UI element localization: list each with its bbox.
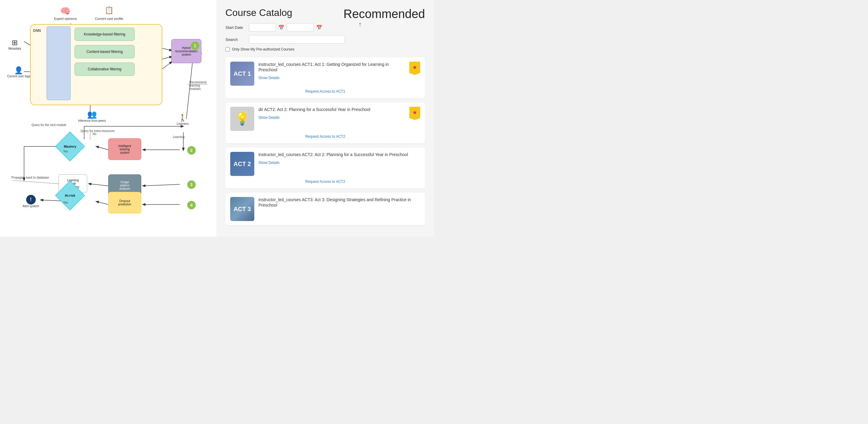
thumbnail-text-act1: ACT 1: [234, 70, 251, 77]
star-icon-dir-act2: ★: [412, 109, 417, 116]
tutoring-label: Intelligenttutoringsystem: [118, 144, 131, 154]
bookmark-act1[interactable]: ★: [409, 62, 420, 75]
svg-line-14: [96, 147, 108, 150]
course-info-dir-act2: dir ACT2: Act 2: Planning for a Successf…: [258, 107, 405, 120]
top-inputs: 🧠 Expert opinions 📋 Current user profile: [54, 6, 123, 21]
search-row: Search: [225, 35, 425, 43]
diagram-panel: 🧠 Expert opinions 📋 Current user profile…: [0, 0, 216, 237]
content-filtering-box: Content-based filtering: [74, 45, 135, 58]
course-info-act1: instructor_led_courses ACT1: Act 1: Gett…: [258, 62, 405, 80]
expert-opinions-label: Expert opinions: [54, 17, 77, 21]
tutoring-box: Intelligenttutoringsystem: [108, 138, 141, 160]
mastery-label: Mastery: [60, 136, 81, 157]
query-next-label: Query for the next module: [32, 123, 66, 127]
knowledge-filtering-box: Knowledge-based filtering: [74, 28, 135, 41]
metadata-label: Metadata: [8, 47, 21, 50]
inference-label: Inference from peers: [78, 119, 106, 122]
course-title-act3: instructor_led_courses ACT3: Act 3: Desi…: [258, 197, 420, 208]
course-card-dir-act2: 💡 dir ACT2: Act 2: Planning for a Succes…: [225, 102, 425, 144]
thumbnail-dir-act2: 💡: [230, 107, 254, 131]
thumbnail-act1: ACT 1: [230, 62, 254, 86]
course-title-dir-act2: dir ACT2: Act 2: Planning for a Successf…: [258, 107, 405, 112]
top-section: Course Catalog Recommended ↑ Start Date …: [225, 7, 425, 52]
preauth-row: Only Show My Pre-authorized Courses: [225, 47, 425, 52]
no-label: No: [93, 132, 96, 135]
start-date-label: Start Date: [225, 25, 246, 30]
metadata-node: ⊞ Metadata: [8, 38, 21, 50]
recommend-label: Recommend learning modules: [189, 81, 210, 91]
usage-label: Usagepatternanalysis: [119, 180, 130, 190]
course-card-header-act2: ACT 2 instructor_led_courses ACT2: Act 2…: [230, 152, 420, 176]
learner-label: Learners: [177, 122, 188, 125]
alert-label: Alert system: [23, 205, 39, 208]
lightbulb-icon: 💡: [235, 112, 250, 126]
propagate-label: Propagate back to database: [11, 176, 49, 179]
course-catalog-panel: Course Catalog Recommended ↑ Start Date …: [216, 0, 434, 237]
request-access-act1[interactable]: Request Access to ACT1: [230, 87, 420, 94]
start-date-input[interactable]: [249, 23, 276, 32]
thumbnail-act3: ACT 3: [230, 197, 254, 221]
course-card-header-act1: ACT 1 instructor_led_courses ACT1: Act 1…: [230, 62, 420, 86]
recommended-block: Recommended ↑: [344, 7, 425, 28]
recommended-arrow-icon: ↑: [359, 21, 425, 28]
course-card-act2: ACT 2 instructor_led_courses ACT2: Act 2…: [225, 148, 425, 188]
course-card-act1: ACT 1 instructor_led_courses ACT1: Act 1…: [225, 57, 425, 98]
calendar-icon-2[interactable]: 📅: [316, 25, 322, 30]
star-icon-act1: ★: [412, 64, 417, 71]
course-card-act3: ACT 3 instructor_led_courses ACT3: Act 3…: [225, 193, 425, 225]
circle-node-4: 4: [187, 201, 196, 209]
diagram-container: 🧠 Expert opinions 📋 Current user profile…: [6, 6, 210, 211]
profile-icon: 📋: [104, 6, 115, 17]
show-details-act2[interactable]: Show Details: [258, 160, 280, 165]
svg-line-19: [143, 184, 180, 186]
show-details-act1[interactable]: Show Details: [258, 76, 280, 80]
filter-boxes: Knowledge-based filtering Content-based …: [74, 28, 135, 76]
course-info-act2: instructor_led_courses ACT2: Act 2: Plan…: [258, 152, 420, 165]
brain-icon: 🧠: [60, 6, 71, 17]
user-profile-node: 📋 Current user profile: [95, 6, 123, 21]
yes-label: Yes: [63, 150, 68, 153]
dropout-box: Dropoutprediction: [108, 192, 141, 213]
alert-icon: !: [26, 195, 36, 205]
circle-node-1: 1: [191, 41, 199, 50]
course-list: ACT 1 instructor_led_courses ACT1: Act 1…: [225, 57, 425, 225]
svg-line-22: [96, 202, 108, 205]
preauth-label: Only Show My Pre-authorized Courses: [232, 47, 294, 52]
svg-line-25: [12, 180, 59, 184]
thumbnail-text-act2: ACT 2: [234, 160, 251, 168]
request-access-act2[interactable]: Request Access to ACT2: [230, 177, 420, 184]
right-panel-inner: Course Catalog Recommended ↑ Start Date …: [225, 7, 425, 225]
blue-box: [46, 27, 71, 100]
show-details-dir-act2[interactable]: Show Details: [258, 116, 280, 120]
circle-node-2: 2: [187, 146, 196, 155]
request-access-dir-act2[interactable]: Request Access to ACT2: [230, 132, 420, 139]
circle-node-3: 3: [187, 180, 196, 189]
learner-node: 🚶 Learners: [177, 114, 188, 125]
user-logs-node: 👤 Current user logs: [7, 66, 30, 78]
query-extra-label: Query for extra resources: [81, 129, 115, 132]
user-logs-label: Current user logs: [7, 74, 30, 78]
calendar-icon-1[interactable]: 📅: [278, 25, 284, 30]
course-card-header-dir-act2: 💡 dir ACT2: Act 2: Planning for a Succes…: [230, 107, 420, 131]
learning-label: Learning: [173, 135, 185, 139]
dropout-label: Dropoutprediction: [118, 200, 131, 206]
alert-node: ! Alert system: [23, 195, 39, 208]
recommended-label: Recommended: [344, 7, 425, 21]
thumbnail-act2: ACT 2: [230, 152, 254, 176]
inference-node: 👥 Inference from peers: [78, 110, 106, 122]
dnn-label: DNN: [33, 29, 41, 33]
search-label: Search: [225, 37, 246, 42]
thumbnail-text-act3: ACT 3: [234, 206, 251, 213]
search-input[interactable]: [249, 35, 345, 43]
course-title-act2: instructor_led_courses ACT2: Act 2: Plan…: [258, 152, 420, 157]
course-title-act1: instructor_led_courses ACT1: Act 1: Gett…: [258, 62, 405, 72]
yes-atrisk-label: Yes: [63, 201, 68, 204]
preauth-checkbox[interactable]: [225, 47, 229, 52]
bookmark-dir-act2[interactable]: ★: [409, 107, 420, 120]
course-card-header-act3: ACT 3 instructor_led_courses ACT3: Act 3…: [230, 197, 420, 221]
collaborative-filtering-box: Collaborative filtering: [74, 63, 135, 76]
end-date-input[interactable]: [287, 23, 314, 32]
course-info-act3: instructor_led_courses ACT3: Act 3: Desi…: [258, 197, 420, 210]
user-profile-label: Current user profile: [95, 17, 123, 21]
at-risk-label: At-risk: [60, 185, 81, 206]
